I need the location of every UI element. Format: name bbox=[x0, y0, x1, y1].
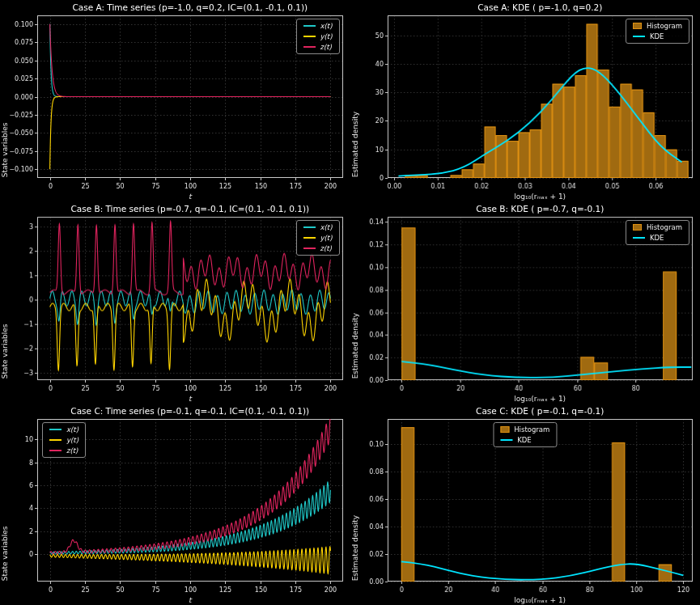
legend-item: y(t) bbox=[303, 234, 333, 242]
legend-label: z(t) bbox=[66, 446, 78, 455]
x-axis-label: t bbox=[37, 395, 343, 403]
panel-case-b-timeseries: Case B: Time series (p=-0.7, q=-0.1, IC=… bbox=[0, 201, 350, 403]
line-swatch-icon bbox=[49, 429, 62, 430]
legend-label: Histogram bbox=[647, 22, 682, 30]
legend-item: KDE bbox=[633, 32, 682, 40]
legend-label: x(t) bbox=[320, 223, 333, 231]
chart-title: Case A: Time series (p=-1.0, q=0.2, IC=(… bbox=[37, 2, 343, 12]
line-swatch-icon bbox=[500, 439, 512, 441]
line-swatch-icon bbox=[633, 36, 645, 37]
legend: HistogramKDE bbox=[493, 422, 557, 447]
legend-label: x(t) bbox=[66, 425, 78, 434]
line-swatch-icon bbox=[303, 25, 316, 27]
y-axis-label: Estimated density bbox=[351, 420, 359, 581]
panel-case-a-timeseries: Case A: Time series (p=-1.0, q=0.2, IC=(… bbox=[0, 0, 350, 201]
legend: HistogramKDE bbox=[626, 19, 689, 44]
legend-label: KDE bbox=[517, 436, 532, 444]
chart-title: Case B: Time series (p=-0.7, q=-0.1, IC=… bbox=[37, 204, 343, 214]
line-swatch-icon bbox=[303, 36, 316, 37]
line-swatch-icon bbox=[303, 237, 316, 239]
y-axis-label: Estimated density bbox=[351, 16, 359, 177]
chart-title: Case A: KDE ( p=-1.0, q=0.2) bbox=[388, 2, 694, 12]
y-axis-label: State variables bbox=[1, 16, 9, 177]
legend-item: z(t) bbox=[303, 244, 333, 252]
legend: x(t)y(t)z(t) bbox=[296, 19, 340, 54]
legend-label: KDE bbox=[650, 234, 664, 242]
legend: HistogramKDE bbox=[626, 220, 689, 245]
x-axis-label: t bbox=[37, 596, 343, 604]
legend-label: z(t) bbox=[320, 244, 332, 252]
x-axis-label: t bbox=[37, 192, 343, 201]
line-swatch-icon bbox=[303, 226, 316, 228]
x-axis-label: log₁₀(rₘₐₓ + 1) bbox=[388, 395, 694, 403]
legend-label: x(t) bbox=[320, 22, 333, 30]
line-swatch-icon bbox=[49, 439, 62, 441]
line-swatch-icon bbox=[303, 248, 316, 249]
legend-item: z(t) bbox=[303, 43, 333, 51]
line-swatch-icon bbox=[303, 46, 316, 48]
legend-item: Histogram bbox=[633, 22, 682, 30]
line-swatch-icon bbox=[633, 237, 645, 239]
panel-case-b-kde: Case B: KDE ( p=-0.7, q=-0.1) Estimated … bbox=[350, 201, 700, 403]
y-axis-label: Estimated density bbox=[351, 218, 359, 379]
legend-item: y(t) bbox=[49, 436, 78, 444]
legend-item: x(t) bbox=[303, 22, 333, 30]
histogram-swatch-icon bbox=[633, 23, 642, 29]
legend-label: z(t) bbox=[320, 43, 332, 51]
legend-item: y(t) bbox=[303, 32, 333, 40]
legend-label: y(t) bbox=[320, 32, 333, 40]
histogram-swatch-icon bbox=[500, 426, 509, 433]
legend: x(t)y(t)z(t) bbox=[296, 220, 340, 256]
panel-case-c-kde: Case C: KDE ( p=-0.1, q=-0.1) Estimated … bbox=[350, 404, 700, 605]
legend-item: z(t) bbox=[49, 446, 78, 455]
legend-label: Histogram bbox=[647, 223, 682, 231]
legend-item: x(t) bbox=[49, 425, 78, 434]
legend-item: x(t) bbox=[303, 223, 333, 231]
y-axis-label: State variables bbox=[1, 218, 9, 379]
legend-label: y(t) bbox=[66, 436, 78, 444]
legend-item: Histogram bbox=[500, 425, 549, 434]
legend-item: KDE bbox=[500, 436, 549, 444]
x-axis-label: log₁₀(rₘₐₓ + 1) bbox=[388, 596, 694, 604]
panel-case-c-timeseries: Case C: Time series (p=-0.1, q=-0.1, IC=… bbox=[0, 404, 350, 605]
panel-case-a-kde: Case A: KDE ( p=-1.0, q=0.2) Estimated d… bbox=[350, 0, 700, 201]
figure-grid: Case A: Time series (p=-1.0, q=0.2, IC=(… bbox=[0, 0, 700, 605]
legend-label: Histogram bbox=[514, 425, 549, 434]
chart-title: Case B: KDE ( p=-0.7, q=-0.1) bbox=[388, 204, 694, 214]
chart-title: Case C: Time series (p=-0.1, q=-0.1, IC=… bbox=[37, 406, 343, 416]
legend-label: KDE bbox=[650, 32, 664, 40]
legend-item: Histogram bbox=[633, 223, 682, 231]
y-axis-label: State variables bbox=[1, 420, 9, 581]
histogram-swatch-icon bbox=[633, 224, 642, 231]
x-axis-label: log₁₀(rₘₐₓ + 1) bbox=[388, 192, 694, 201]
legend-item: KDE bbox=[633, 234, 682, 242]
line-swatch-icon bbox=[49, 450, 62, 451]
legend-label: y(t) bbox=[320, 234, 333, 242]
legend: x(t)y(t)z(t) bbox=[42, 422, 86, 458]
chart-title: Case C: KDE ( p=-0.1, q=-0.1) bbox=[388, 406, 694, 416]
